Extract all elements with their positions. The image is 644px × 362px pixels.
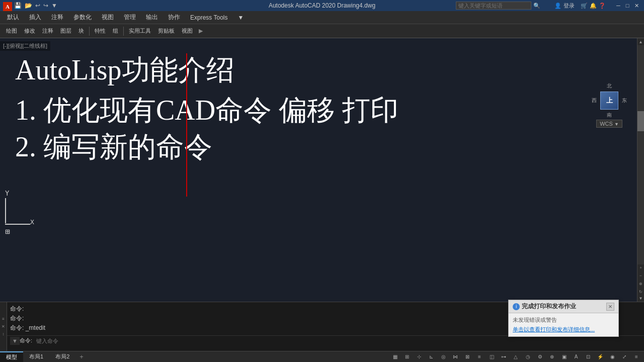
axis-indicator: Y X ⊞ [5,189,34,236]
title-bar-center: Autodesk AutoCAD 2020 Drawing4.dwg [269,2,375,9]
linewt-toggle[interactable]: ≡ [474,352,485,361]
ribbon-block[interactable]: 块 [75,26,87,36]
minimize-button[interactable]: ─ [615,2,622,9]
menu-parametric[interactable]: 参数化 [68,12,97,23]
snap-toggle[interactable]: ⊹ [414,352,425,361]
notification-status: 未发现错误或警告 [513,316,614,324]
status-tab-layout2[interactable]: 布局2 [49,352,75,361]
menu-annotate[interactable]: 注释 [46,12,68,23]
settings-icon[interactable]: ⚙ [534,352,545,361]
menu-manage[interactable]: 管理 [119,12,141,23]
ortho-toggle[interactable]: ⊾ [426,352,437,361]
compass-east: 东 [622,97,627,104]
menu-insert[interactable]: 插入 [24,12,46,23]
dynmode-toggle[interactable]: ◷ [522,352,533,361]
canvas-area[interactable]: AutoLisp功能介绍 1. 优化现有CAD命令 偏移 打印 2. 编写新的命… [0,38,637,302]
title-bar-right: 🔍 👤 登录 🛒 🔔 ❓ ─ □ ✕ [456,2,640,10]
fullscreen-icon[interactable]: ⤢ [619,352,630,361]
view-label: [-][俯视][二维线框] [0,41,50,51]
viewport-icon[interactable]: ▣ [558,352,570,361]
menu-output[interactable]: 输出 [141,12,163,23]
help-icon[interactable]: ❓ [599,3,606,9]
status-bar: 模型 布局1 布局2 + ▦ ⊞ ⊹ ⊾ ◎ ⋈ ⊠ ≡ ◫ ⊶ △ ◷ ⚙ ⊕… [0,351,644,362]
otrack-toggle[interactable]: ⊠ [462,352,473,361]
cart-icon[interactable]: 🛒 [581,3,588,9]
ribbon-separator-2 [123,27,124,36]
cmd-icon-2[interactable]: ✕ [2,324,5,329]
origin-marker: ⊞ [5,227,34,236]
3dosnapmode-toggle[interactable]: △ [510,352,521,361]
notification-link[interactable]: 单击以查看打印和发布详细信息... [513,326,614,333]
notification-header: i 完成打印和发布作业 × [509,300,618,313]
ribbon-draw[interactable]: 绘图 [3,26,20,36]
polar-toggle[interactable]: ◎ [438,352,449,361]
compass-west: 西 [592,97,597,104]
scroll-thumb[interactable] [637,111,645,131]
zoom-in-icon[interactable]: + [638,264,644,270]
menu-default[interactable]: 默认 [2,12,24,23]
user-icon[interactable]: 👤 [554,3,561,9]
layout-icon[interactable]: ⊡ [583,352,594,361]
orbit-icon[interactable]: ↻ [638,289,644,295]
app-title: Autodesk AutoCAD 2020 Drawing4.dwg [269,2,375,9]
transparency-toggle[interactable]: ◫ [486,352,497,361]
title-bar-left: A 💾 📂 ↩ ↪ ▼ [4,2,57,9]
ribbon-clipboard[interactable]: 剪贴板 [155,26,178,36]
quick-access-undo[interactable]: ↩ [35,2,40,9]
search-icon[interactable]: 🔍 [533,3,540,9]
ribbon-annotate[interactable]: 注释 [39,26,56,36]
notification-icon[interactable]: 🔔 [590,3,597,9]
drawing-line-2: 2. 编写新的命令 [15,129,398,165]
scroll-track[interactable] [637,45,645,264]
scroll-down-arrow[interactable]: ▼ [637,295,645,302]
cmd-icon-3[interactable]: ↕ [3,332,5,336]
quick-access-dropdown[interactable]: ▼ [51,2,57,9]
ribbon-modify[interactable]: 修改 [21,26,38,36]
quick-access-redo[interactable]: ↪ [43,2,48,9]
x-axis-row: X [5,222,34,226]
ribbon-view[interactable]: 视图 [179,26,196,36]
quick-access-save[interactable]: 💾 [14,2,22,9]
close-button[interactable]: ✕ [633,2,640,9]
hardware-accel-icon[interactable]: ⚡ [595,352,606,361]
command-input[interactable] [34,337,641,345]
ribbon-expand[interactable]: ▶ [199,28,203,34]
scrollbar-right[interactable]: ▲ + − ⊕ ↻ ▼ [637,38,644,302]
command-dropdown-icon[interactable]: ▼ [12,338,18,344]
wcs-label[interactable]: WCS ▼ [596,120,622,128]
status-tab-layout1[interactable]: 布局1 [23,352,49,361]
annotscale-icon[interactable]: A [571,352,582,361]
zoom-out-icon[interactable]: − [638,273,644,279]
ribbon-group[interactable]: 组 [110,26,121,36]
viewcube-face[interactable]: 上 [600,92,618,110]
customize-icon[interactable]: ≡ [631,352,642,361]
ribbon-utilities[interactable]: 实用工具 [126,26,154,36]
add-layout-button[interactable]: + [75,352,88,361]
osnap-toggle[interactable]: ⋈ [450,352,461,361]
scroll-up-arrow[interactable]: ▲ [637,38,645,45]
menu-express-tools[interactable]: Express Tools [185,13,232,23]
model-space-toggle[interactable]: ▦ [389,352,400,361]
status-tab-model[interactable]: 模型 [0,351,23,362]
login-label[interactable]: 登录 [564,2,575,10]
nav-controls: + − ⊕ ↻ [637,264,645,295]
autocad-logo: A [3,2,12,11]
menu-view[interactable]: 视图 [97,12,119,23]
restore-button[interactable]: □ [624,2,631,9]
ribbon-separator [89,27,90,36]
selcycle-toggle[interactable]: ⊶ [498,352,509,361]
ribbon-properties[interactable]: 特性 [92,26,109,36]
zoom-plus-icon[interactable]: ⊕ [546,352,557,361]
notification-title: 完成打印和发布作业 [522,302,576,311]
ribbon-layers[interactable]: 图层 [57,26,74,36]
menu-collaborate[interactable]: 协作 [163,12,185,23]
quick-access-open[interactable]: 📂 [25,2,32,9]
notification-close-button[interactable]: × [606,303,614,311]
isolate-icon[interactable]: ◉ [607,352,618,361]
pan-icon[interactable]: ⊕ [638,281,644,287]
cmd-icon-1[interactable]: ≡ [2,317,5,321]
search-input[interactable] [456,2,531,10]
menu-more[interactable]: ▼ [232,13,249,23]
viewcube[interactable]: 北 西 上 东 南 WCS ▼ [592,82,627,128]
grid-toggle[interactable]: ⊞ [401,352,413,361]
